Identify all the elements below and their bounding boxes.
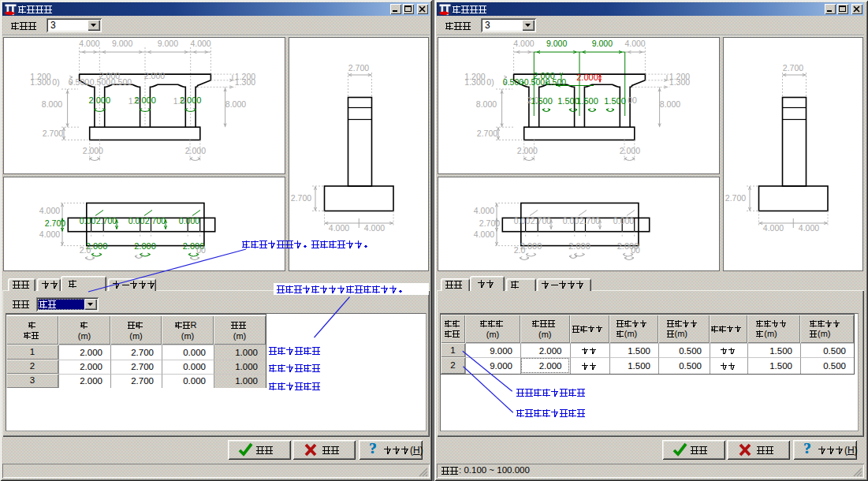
svg-text:2.700: 2.700 xyxy=(531,216,551,226)
svg-text:2.000: 2.000 xyxy=(517,146,538,155)
svg-text:2.000: 2.000 xyxy=(568,241,590,251)
svg-text:0.500: 0.500 xyxy=(524,77,545,87)
svg-text:2.0: 2.0 xyxy=(80,245,91,255)
svg-text:0.000: 0.000 xyxy=(613,216,634,226)
svg-text:0.500: 0.500 xyxy=(90,77,110,87)
svg-text:8.000: 8.000 xyxy=(225,99,246,109)
svg-text:4.000: 4.000 xyxy=(39,229,60,239)
svg-text:0.00: 0.00 xyxy=(514,216,531,226)
svg-text:2.700: 2.700 xyxy=(579,216,600,226)
svg-text:00: 00 xyxy=(631,245,640,255)
svg-text:0.000: 0.000 xyxy=(179,216,199,226)
svg-text:2.000: 2.000 xyxy=(134,241,156,251)
svg-text:0.00: 0.00 xyxy=(129,216,145,226)
svg-text:2.700: 2.700 xyxy=(96,216,117,226)
svg-text:8.000: 8.000 xyxy=(660,99,680,109)
svg-text:4.000: 4.000 xyxy=(799,223,819,233)
svg-text:1.300: 1.300 xyxy=(464,77,485,87)
svg-text:8.000: 8.000 xyxy=(42,99,62,109)
svg-text:2.000: 2.000 xyxy=(144,71,165,80)
svg-text:1.500: 1.500 xyxy=(604,96,626,106)
svg-text:4.000: 4.000 xyxy=(39,206,60,215)
svg-text:2.000: 2.000 xyxy=(576,73,598,82)
svg-text:1.300: 1.300 xyxy=(235,77,255,87)
svg-text:0.00: 0.00 xyxy=(563,216,579,226)
svg-text:4.000: 4.000 xyxy=(763,223,784,233)
svg-text:0): 0) xyxy=(486,77,494,87)
svg-text:2.000: 2.000 xyxy=(185,146,206,155)
svg-text:2.700: 2.700 xyxy=(783,63,803,73)
svg-text:4.000: 4.000 xyxy=(364,223,385,233)
svg-text:4.000: 4.000 xyxy=(513,39,534,48)
svg-text:2.700: 2.700 xyxy=(725,193,746,203)
svg-text:0.500: 0.500 xyxy=(503,77,523,87)
svg-text:1.300: 1.300 xyxy=(30,77,50,87)
svg-text:4.000: 4.000 xyxy=(474,206,494,215)
svg-text:2.000: 2.000 xyxy=(89,95,111,105)
svg-text:9.000: 9.000 xyxy=(158,39,178,48)
svg-text:4.000: 4.000 xyxy=(190,39,210,48)
svg-text:0.500: 0.500 xyxy=(111,77,132,87)
svg-text:2.000: 2.000 xyxy=(180,95,202,105)
svg-text:0): 0) xyxy=(52,77,59,87)
svg-text:2.0: 2.0 xyxy=(514,245,526,255)
svg-text:1.500: 1.500 xyxy=(531,96,553,106)
svg-text:1.300: 1.300 xyxy=(669,77,690,87)
svg-text:9.000: 9.000 xyxy=(592,39,613,48)
svg-text:0.00: 0.00 xyxy=(80,216,96,226)
svg-text:1.500: 1.500 xyxy=(576,96,598,106)
svg-text:2.700: 2.700 xyxy=(477,129,497,138)
svg-text:4.000: 4.000 xyxy=(329,223,349,233)
svg-text:2.700: 2.700 xyxy=(43,129,63,138)
svg-text:2.700: 2.700 xyxy=(291,193,311,203)
svg-text:0.500: 0.500 xyxy=(69,77,89,87)
svg-text:2.700: 2.700 xyxy=(348,63,369,73)
svg-text:2.000: 2.000 xyxy=(83,146,103,155)
svg-text:4.000: 4.000 xyxy=(79,39,99,48)
svg-text:4.000: 4.000 xyxy=(624,39,645,48)
svg-text:00: 00 xyxy=(628,95,637,105)
svg-text:2.000: 2.000 xyxy=(134,95,156,105)
svg-text:2.700: 2.700 xyxy=(145,216,166,226)
svg-text:4.000: 4.000 xyxy=(474,229,494,239)
svg-text:00: 00 xyxy=(196,245,206,255)
svg-text:2.000: 2.000 xyxy=(620,146,640,155)
svg-text:8.000: 8.000 xyxy=(476,99,497,109)
svg-text:9.000: 9.000 xyxy=(546,39,567,48)
svg-text:9.000: 9.000 xyxy=(112,39,132,48)
